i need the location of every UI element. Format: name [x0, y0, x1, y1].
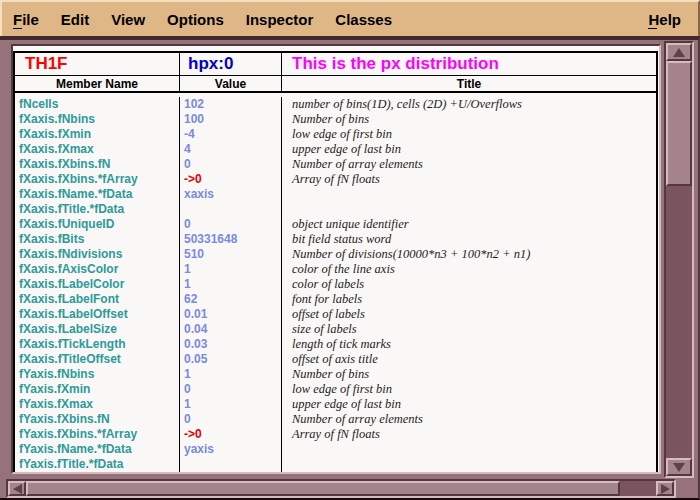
table-row[interactable]: fXaxis.fXmax4upper edge of last bin: [15, 142, 656, 157]
arrow-left-icon: [13, 484, 22, 494]
member-title-cell: low edge of first bin: [282, 127, 656, 142]
member-value-cell: 1: [180, 277, 282, 292]
member-name-cell: fYaxis.fNbins: [15, 367, 180, 382]
menu-view[interactable]: View: [100, 5, 156, 34]
member-name-cell: fXaxis.fUniqueID: [15, 217, 180, 232]
member-value-cell: yaxis: [180, 442, 282, 457]
table-row[interactable]: fXaxis.fXbins.fN0Number of array element…: [15, 157, 656, 172]
table-row[interactable]: fNcells102number of bins(1D), cells (2D)…: [15, 97, 656, 112]
member-value-cell: 0.04: [180, 322, 282, 337]
table-row[interactable]: fXaxis.fNbins100Number of bins: [15, 112, 656, 127]
member-title-cell: [282, 442, 656, 457]
member-value-cell: 1: [180, 367, 282, 382]
table-row[interactable]: fYaxis.fXbins.fN0Number of array element…: [15, 412, 656, 427]
object-name: hpx:0: [180, 53, 282, 75]
member-name-cell: fXaxis.fLabelOffset: [15, 307, 180, 322]
arrow-up-icon: [673, 48, 685, 57]
member-name-cell: fXaxis.fTitleOffset: [15, 352, 180, 367]
member-title-cell: [282, 187, 656, 202]
table-row[interactable]: fXaxis.fXbins.*fArray->0Array of fN floa…: [15, 172, 656, 187]
member-value-cell: 0: [180, 412, 282, 427]
member-title-cell: Array of fN floats: [282, 427, 656, 442]
table-row[interactable]: fXaxis.fLabelOffset0.01offset of labels: [15, 307, 656, 322]
table-row[interactable]: fXaxis.fTitleOffset0.05offset of axis ti…: [15, 352, 656, 367]
member-title-cell: bit field status word: [282, 232, 656, 247]
table-row[interactable]: fXaxis.fNdivisions510Number of divisions…: [15, 247, 656, 262]
member-name-cell: fXaxis.fTickLength: [15, 337, 180, 352]
scroll-down-button[interactable]: [666, 458, 692, 476]
member-title-cell: offset of labels: [282, 307, 656, 322]
column-header-member-name: Member Name: [15, 76, 180, 91]
member-title-cell: upper edge of last bin: [282, 142, 656, 157]
column-header-row: Member Name Value Title: [15, 76, 656, 93]
member-title-cell: font for labels: [282, 292, 656, 307]
horizontal-scrollbar-thumb[interactable]: [26, 481, 620, 496]
menu-options[interactable]: Options: [156, 5, 235, 34]
table-row[interactable]: fYaxis.fXmin0low edge of first bin: [15, 382, 656, 397]
menu-file[interactable]: File: [2, 5, 50, 34]
column-header-title: Title: [282, 76, 656, 91]
table-row[interactable]: fXaxis.fLabelSize0.04size of labels: [15, 322, 656, 337]
member-name-cell: fXaxis.fXbins.fN: [15, 157, 180, 172]
member-title-cell: size of labels: [282, 322, 656, 337]
member-value-cell: ->0: [180, 427, 282, 442]
member-name-cell: fXaxis.fNdivisions: [15, 247, 180, 262]
menu-help[interactable]: Help: [637, 5, 692, 34]
table-row[interactable]: fXaxis.fTitle.*fData: [15, 202, 656, 217]
member-value-cell: 0.03: [180, 337, 282, 352]
table-row[interactable]: fXaxis.fLabelFont62font for labels: [15, 292, 656, 307]
table-row[interactable]: fYaxis.fXmax1upper edge of last bin: [15, 397, 656, 412]
horizontal-scrollbar[interactable]: [6, 479, 676, 498]
member-value-cell: 4: [180, 142, 282, 157]
table-row[interactable]: fXaxis.fLabelColor1color of labels: [15, 277, 656, 292]
member-name-cell: fXaxis.fAxisColor: [15, 262, 180, 277]
object-header-row: TH1F hpx:0 This is the px distribution: [15, 53, 656, 76]
member-name-cell: fYaxis.fXmin: [15, 382, 180, 397]
member-name-cell: fXaxis.fName.*fData: [15, 187, 180, 202]
arrow-down-icon: [673, 463, 685, 472]
member-value-cell: 510: [180, 247, 282, 262]
member-value-cell: 50331648: [180, 232, 282, 247]
member-title-cell: Number of bins: [282, 112, 656, 127]
arrow-right-icon: [661, 484, 670, 494]
member-title-cell: Array of fN floats: [282, 172, 656, 187]
member-name-cell: fXaxis.fLabelSize: [15, 322, 180, 337]
member-title-cell: number of bins(1D), cells (2D) +U/Overfl…: [282, 97, 656, 112]
member-title-cell: length of tick marks: [282, 337, 656, 352]
column-header-value: Value: [180, 76, 282, 91]
table-row[interactable]: fXaxis.fBits50331648bit field status wor…: [15, 232, 656, 247]
vertical-scrollbar-thumb[interactable]: [666, 61, 692, 186]
member-title-cell: [282, 202, 656, 217]
scroll-left-button[interactable]: [8, 481, 26, 496]
menubar-items: FileEditViewOptionsInspectorClasses: [2, 5, 403, 34]
vertical-scrollbar[interactable]: [664, 41, 694, 478]
member-title-cell: Number of divisions(10000*n3 + 100*n2 + …: [282, 247, 656, 262]
table-row[interactable]: fYaxis.fTitle.*fData: [15, 457, 656, 472]
member-name-cell: fXaxis.fXbins.*fArray: [15, 172, 180, 187]
member-name-cell: fNcells: [15, 97, 180, 112]
member-name-cell: fYaxis.fXbins.fN: [15, 412, 180, 427]
member-value-cell: 102: [180, 97, 282, 112]
class-name: TH1F: [15, 53, 180, 75]
member-value-cell: 0.05: [180, 352, 282, 367]
member-title-cell: color of the line axis: [282, 262, 656, 277]
table-row[interactable]: fXaxis.fAxisColor1color of the line axis: [15, 262, 656, 277]
menu-edit[interactable]: Edit: [50, 5, 100, 34]
member-value-cell: 1: [180, 397, 282, 412]
member-title-cell: upper edge of last bin: [282, 397, 656, 412]
member-title-cell: Number of array elements: [282, 157, 656, 172]
menu-classes[interactable]: Classes: [324, 5, 403, 34]
table-row[interactable]: fXaxis.fTickLength0.03length of tick mar…: [15, 337, 656, 352]
table-row[interactable]: fXaxis.fName.*fDataxaxis: [15, 187, 656, 202]
table-row[interactable]: fYaxis.fName.*fDatayaxis: [15, 442, 656, 457]
scroll-right-button[interactable]: [656, 481, 674, 496]
table-row[interactable]: fYaxis.fNbins1Number of bins: [15, 367, 656, 382]
table-row[interactable]: fYaxis.fXbins.*fArray->0Array of fN floa…: [15, 427, 656, 442]
member-title-cell: Number of array elements: [282, 412, 656, 427]
table-row[interactable]: fXaxis.fUniqueID0object unique identifie…: [15, 217, 656, 232]
member-title-cell: color of labels: [282, 277, 656, 292]
menu-inspector[interactable]: Inspector: [235, 5, 325, 34]
scroll-up-button[interactable]: [666, 43, 692, 61]
member-value-cell: ->0: [180, 172, 282, 187]
table-row[interactable]: fXaxis.fXmin-4low edge of first bin: [15, 127, 656, 142]
